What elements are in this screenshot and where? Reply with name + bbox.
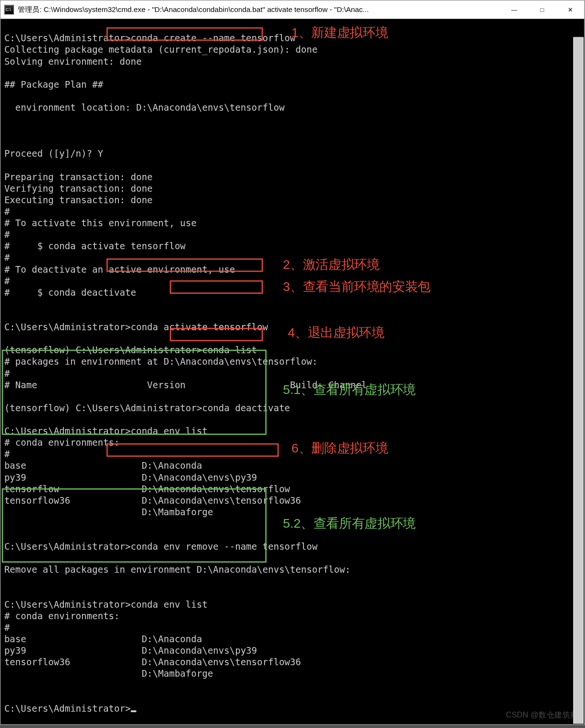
maximize-button[interactable]: □: [528, 0, 556, 19]
terminal-output[interactable]: C:\Users\Administrator>conda create --na…: [0, 19, 584, 724]
scrollbar-thumb[interactable]: [574, 37, 583, 724]
minimize-button[interactable]: —: [500, 0, 528, 19]
titlebar[interactable]: C:\ 管理员: C:\Windows\system32\cmd.exe - "…: [0, 0, 584, 19]
cursor: [130, 710, 136, 712]
app-icon: C:\: [4, 5, 14, 14]
close-button[interactable]: ✕: [556, 0, 584, 19]
terminal-text: C:\Users\Administrator>conda create --na…: [4, 21, 581, 715]
cmd-window: C:\ 管理员: C:\Windows\system32\cmd.exe - "…: [0, 0, 585, 725]
vertical-scrollbar[interactable]: [573, 37, 584, 724]
window-title: 管理员: C:\Windows\system32\cmd.exe - "D:\A…: [18, 5, 500, 15]
